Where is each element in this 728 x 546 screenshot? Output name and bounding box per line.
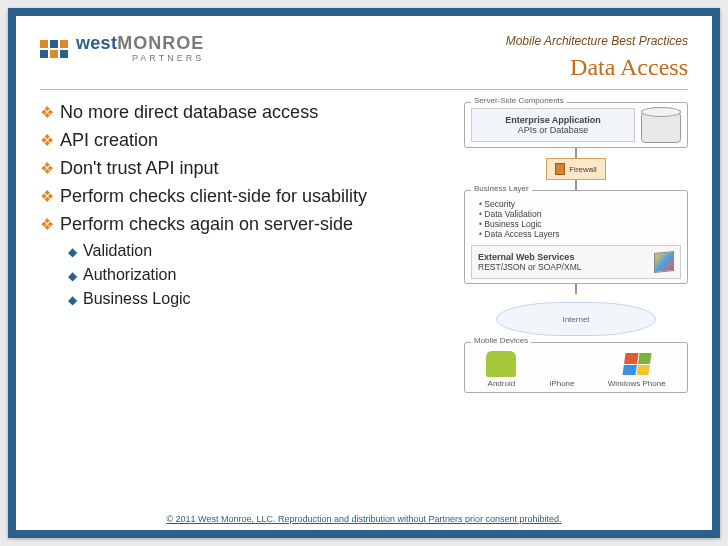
windows-icon <box>622 351 652 377</box>
logo: westMONROE PARTNERS <box>40 34 204 63</box>
connector-icon <box>575 284 577 294</box>
bullet-text: No more direct database access <box>60 102 318 123</box>
logo-brand-left: west <box>76 33 117 53</box>
firewall-box: Firewall <box>546 158 606 180</box>
sub-bullet-list: ◆Validation ◆Authorization ◆Business Log… <box>68 242 450 310</box>
bullet-text: Perform checks client-side for usability <box>60 186 367 207</box>
title-block: Mobile Architecture Best Practices Data … <box>506 34 688 81</box>
bullet-text: Perform checks again on server-side <box>60 214 353 235</box>
enterprise-title: Enterprise Application <box>476 115 630 125</box>
sub-bullet-item: ◆Validation <box>68 242 450 262</box>
supertitle: Mobile Architecture Best Practices <box>506 34 688 48</box>
bullet-item: ❖No more direct database access <box>40 102 450 124</box>
internet-cloud: Internet <box>496 302 656 336</box>
device-label: Android <box>488 379 516 388</box>
slide: westMONROE PARTNERS Mobile Architecture … <box>8 8 720 538</box>
solid-diamond-bullet-icon: ◆ <box>68 290 77 310</box>
firewall-label: Firewall <box>569 165 597 174</box>
business-layer-label: Business Layer <box>471 184 532 193</box>
device-android: Android <box>486 351 516 388</box>
diamond-bullet-icon: ❖ <box>40 214 54 236</box>
diamond-bullet-icon: ❖ <box>40 130 54 152</box>
business-item: Data Access Layers <box>479 229 681 239</box>
architecture-diagram: Server-Side Components Enterprise Applic… <box>464 102 688 393</box>
sub-bullet-text: Business Logic <box>83 290 191 308</box>
cloud-label: Internet <box>562 315 589 324</box>
logo-brand-right: MONROE <box>117 33 204 53</box>
solid-diamond-bullet-icon: ◆ <box>68 266 77 286</box>
sub-bullet-text: Validation <box>83 242 152 260</box>
logo-sub: PARTNERS <box>76 54 204 63</box>
database-icon <box>641 107 681 143</box>
firewall-icon <box>555 163 565 175</box>
bullet-text: Don't trust API input <box>60 158 219 179</box>
content: ❖No more direct database access ❖API cre… <box>40 102 688 393</box>
android-icon <box>486 351 516 377</box>
diamond-bullet-icon: ❖ <box>40 158 54 180</box>
bullet-item: ❖API creation <box>40 130 450 152</box>
external-sub: REST/JSON or SOAP/XML <box>478 262 581 272</box>
bullet-item: ❖Don't trust API input <box>40 158 450 180</box>
device-windows-phone: Windows Phone <box>608 351 666 388</box>
enterprise-app-box: Enterprise Application APIs or Database <box>471 108 635 142</box>
solid-diamond-bullet-icon: ◆ <box>68 242 77 262</box>
header: westMONROE PARTNERS Mobile Architecture … <box>40 34 688 81</box>
enterprise-sub: APIs or Database <box>518 125 589 135</box>
logo-text: westMONROE PARTNERS <box>76 34 204 63</box>
footer-copyright: © 2011 West Monroe, LLC. Reproduction an… <box>16 514 712 524</box>
diamond-bullet-icon: ❖ <box>40 186 54 208</box>
device-iphone: iPhone <box>547 351 577 388</box>
bullet-text: API creation <box>60 130 158 151</box>
sub-bullet-item: ◆Business Logic <box>68 290 450 310</box>
device-label: iPhone <box>550 379 575 388</box>
bullet-list: ❖No more direct database access ❖API cre… <box>40 102 450 393</box>
divider <box>40 89 688 90</box>
external-title: External Web Services <box>478 252 648 262</box>
mobile-devices-box: Mobile Devices Android iPhone Windows Ph… <box>464 342 688 393</box>
device-label: Windows Phone <box>608 379 666 388</box>
business-item: Security <box>479 199 681 209</box>
connector-icon <box>575 180 577 190</box>
sub-bullet-item: ◆Authorization <box>68 266 450 286</box>
server-side-label: Server-Side Components <box>471 96 567 105</box>
business-item: Business Logic <box>479 219 681 229</box>
bullet-item: ❖Perform checks again on server-side <box>40 214 450 236</box>
server-side-box: Server-Side Components Enterprise Applic… <box>464 102 688 148</box>
business-layer-list: Security Data Validation Business Logic … <box>479 199 681 239</box>
cube-icon <box>654 251 674 273</box>
sub-bullet-text: Authorization <box>83 266 176 284</box>
external-services-box: External Web Services REST/JSON or SOAP/… <box>471 245 681 279</box>
firewall-row: Firewall <box>464 158 688 180</box>
mobile-devices-label: Mobile Devices <box>471 336 531 345</box>
connector-icon <box>575 148 577 158</box>
logo-mark-icon <box>40 40 68 58</box>
apple-icon <box>547 351 577 377</box>
page-title: Data Access <box>506 54 688 81</box>
business-layer-box: Business Layer Security Data Validation … <box>464 190 688 284</box>
diamond-bullet-icon: ❖ <box>40 102 54 124</box>
bullet-item: ❖Perform checks client-side for usabilit… <box>40 186 450 208</box>
business-item: Data Validation <box>479 209 681 219</box>
